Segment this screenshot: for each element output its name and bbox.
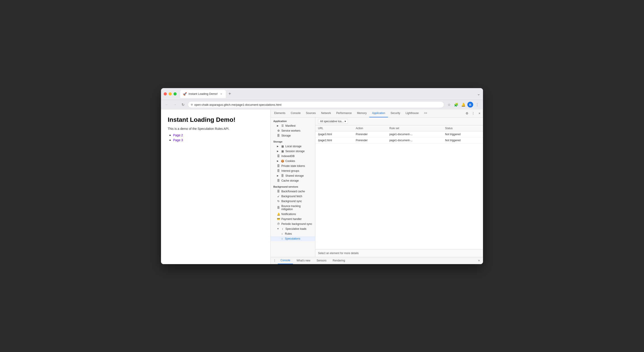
minimize-window-button[interactable] [168,92,172,95]
periodic-sync-icon: ⏱ [277,222,280,226]
reload-button[interactable]: ↻ [180,101,186,108]
table-cell-status: Not triggered [442,137,483,143]
tab-application[interactable]: Application [369,109,388,118]
sidebar-item-background-sync[interactable]: ↻ Background sync [271,199,315,204]
address-bar: ← → ↻ ⊕ open-chalk-asparagus.glitch.me/p… [161,100,483,109]
local-storage-icon: ▦ [281,145,284,148]
tab-elements[interactable]: Elements [272,109,288,118]
sidebar-item-speculative-loads[interactable]: ▼ ↕ Speculative loads [271,226,315,231]
sidebar-item-session-storage[interactable]: ▶ ▦ Session storage [271,149,315,154]
sidebar-item-cookies[interactable]: ▶ 🍪 Cookies [271,159,315,163]
page-link-list: Page 2 Page 3 [168,133,264,142]
sidebar-item-manifest[interactable]: ▶ ☰ Manifest [271,123,315,128]
sidebar-item-indexeddb-label: IndexedDB [281,155,294,158]
tab-expand-button[interactable]: ⌄ [477,91,480,96]
sidebar-item-cache-storage[interactable]: 🗄 Cache storage [271,178,315,183]
session-storage-icon: ▦ [281,150,284,153]
tab-network[interactable]: Network [318,109,334,118]
sidebar-item-background-sync-label: Background sync [281,200,302,203]
page2-link[interactable]: Page 2 [173,133,183,137]
dropdown-arrow-icon: ▾ [344,120,346,123]
console-close-button[interactable]: × [477,258,481,263]
page-description: This is a demo of the Speculation Rules … [168,127,264,130]
sidebar-item-local-storage[interactable]: ▶ ▦ Local storage [271,144,315,149]
col-url: URL [315,125,353,131]
sidebar-item-shared-storage[interactable]: ▶ 🗄 Shared storage [271,173,315,178]
dropdown-label: All speculative loa... [320,120,344,123]
tab-close-button[interactable]: × [220,92,223,96]
sidebar-item-back-forward[interactable]: 🗄 Back/forward cache [271,189,315,194]
sidebar-item-rules[interactable]: ↕ Rules [271,231,315,236]
sidebar-item-cache-storage-label: Cache storage [281,179,299,182]
speculations-icon: ↕ [280,237,284,240]
tab-sources[interactable]: Sources [303,109,318,118]
profile-avatar[interactable]: B [467,102,473,107]
console-drawer-tab-rendering[interactable]: Rendering [330,257,348,264]
devtools-settings-button[interactable]: ⚙ [464,111,470,116]
sidebar-item-payment-handler[interactable]: 💳 Payment handler [271,217,315,222]
maximize-window-button[interactable] [174,92,177,95]
address-url-text: open-chalk-asparagus.glitch.me/page1-doc… [194,103,281,106]
expand-arrow-icon: ▶ [277,160,280,162]
console-menu-icon[interactable]: ⋮ [272,258,277,263]
sidebar-item-private-state[interactable]: 🗄 Private state tokens [271,163,315,168]
tab-security[interactable]: Security [388,109,403,118]
sidebar-item-periodic-sync[interactable]: ⏱ Periodic background sync [271,222,315,226]
sidebar-item-speculations[interactable]: ↕ Speculations [271,236,315,241]
address-input[interactable]: ⊕ open-chalk-asparagus.glitch.me/page1-d… [188,101,444,108]
expand-arrow-icon: ▶ [277,150,280,152]
page3-link[interactable]: Page 3 [173,138,183,142]
bounce-tracking-icon: 🗄 [277,206,280,209]
sidebar-item-background-fetch[interactable]: ↙ Background fetch [271,194,315,199]
service-workers-icon: ⚙ [277,129,280,132]
table-row[interactable]: /page2.htmlPrerenderpage1-document-...No… [315,137,483,143]
background-fetch-icon: ↙ [277,195,280,198]
tab-lighthouse[interactable]: Lighthouse [403,109,421,118]
col-action: Action [353,125,387,131]
console-drawer-tab-console[interactable]: Console [278,257,293,264]
sidebar-item-storage-app-label: Storage [281,134,291,137]
table-header-row: URL Action Rule set Status [315,125,483,131]
devtools-close-button[interactable]: × [477,111,482,116]
title-bar: 🚀 Instant Loading Demo! × + ⌄ [161,88,483,100]
console-drawer-tab-whats-new[interactable]: What's new [294,257,313,264]
close-window-button[interactable] [164,92,167,95]
back-forward-icon: 🗄 [277,190,280,193]
sidebar-item-notifications-label: Notifications [281,213,296,216]
devtools-main-panel: All speculative loa... ▾ URL Action Rule [315,118,483,257]
col-rule-set: Rule set [387,125,442,131]
devtools-more-button[interactable]: ⋮ [470,111,476,116]
extensions-button[interactable]: 🧩 [453,101,459,108]
browser-tab-active[interactable]: 🚀 Instant Loading Demo! × [180,90,226,98]
new-tab-button[interactable]: + [227,91,233,97]
sidebar-item-bounce-tracking-label: Bounce tracking mitigation [281,205,312,211]
indexeddb-icon: 🗄 [277,155,280,158]
sidebar-item-indexeddb[interactable]: 🗄 IndexedDB [271,154,315,159]
sidebar-item-private-state-label: Private state tokens [281,164,305,168]
expand-arrow-icon: ▶ [277,145,280,147]
sidebar-item-notifications[interactable]: 🔔 Notifications [271,212,315,217]
table-row[interactable]: /page3.htmlPrerenderpage1-document-...No… [315,131,483,137]
notifications-button[interactable]: 🔔 [460,101,466,108]
tab-memory[interactable]: Memory [354,109,369,118]
console-drawer-tab-sensors[interactable]: Sensors [314,257,329,264]
speculative-loads-icon: ↕ [281,227,284,230]
forward-button[interactable]: → [172,101,178,108]
tab-more[interactable]: >> [421,109,430,118]
back-button[interactable]: ← [164,101,170,108]
sidebar-item-payment-handler-label: Payment handler [281,218,302,221]
bookmark-button[interactable]: ☆ [446,101,452,108]
notifications-sidebar-icon: 🔔 [277,213,280,216]
background-sync-icon: ↻ [277,200,280,203]
chrome-menu-button[interactable]: ⋮ [474,101,480,108]
sidebar-item-service-workers[interactable]: ⚙ Service workers [271,128,315,133]
sidebar-item-interest-groups[interactable]: 🗄 Interest groups [271,168,315,173]
sidebar-item-storage-app[interactable]: 🗄 Storage [271,133,315,138]
tab-bar: 🚀 Instant Loading Demo! × + ⌄ [180,90,480,98]
speculative-filter-dropdown[interactable]: All speculative loa... ▾ [318,119,348,124]
sidebar-item-local-storage-label: Local storage [286,145,302,148]
tab-console[interactable]: Console [288,109,303,118]
sidebar-item-bounce-tracking[interactable]: 🗄 Bounce tracking mitigation [271,204,315,212]
tab-performance[interactable]: Performance [334,109,354,118]
devtools-toolbar-right: ⚙ ⋮ × [464,111,482,116]
